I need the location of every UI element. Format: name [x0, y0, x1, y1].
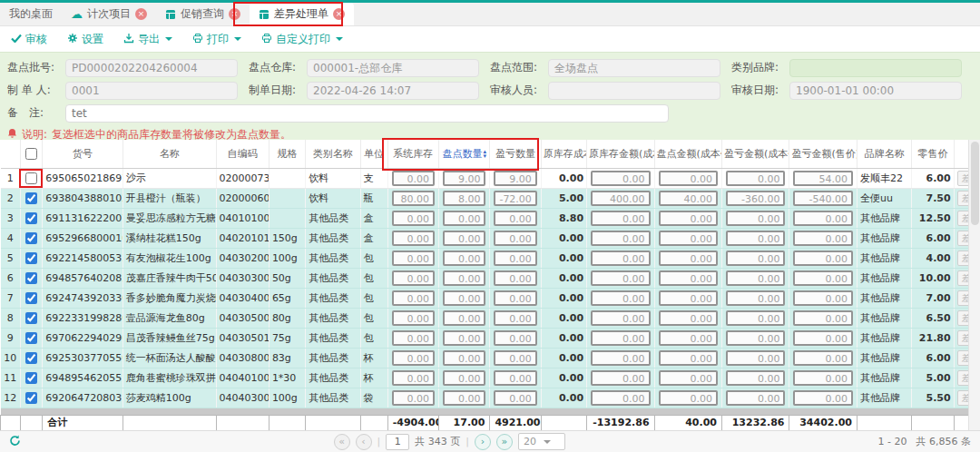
diff-amount-sale-input[interactable]: 0.00	[793, 251, 852, 266]
col-header-brand[interactable]: 品牌名称	[857, 140, 911, 168]
diff-amount-cost-input[interactable]: 0.00	[726, 350, 785, 366]
audit-button[interactable]: 审核	[11, 32, 47, 47]
sys-stock-input[interactable]: 0.00	[392, 251, 435, 266]
sys-stock-input[interactable]: 0.00	[392, 310, 435, 326]
row-checkbox[interactable]	[25, 312, 37, 324]
diff-qty-input[interactable]: 0.00	[494, 251, 536, 266]
diff-amount-sale-input[interactable]: 0.00	[793, 390, 852, 406]
diff-qty-input[interactable]: 0.00	[494, 370, 536, 386]
stock-amount-input[interactable]: 0.00	[591, 171, 650, 186]
difference-action-button[interactable]: 差异	[957, 330, 968, 346]
count-qty-input[interactable]: 0.00	[443, 310, 485, 326]
difference-action-button[interactable]: 差异	[957, 270, 968, 286]
stock-amount-input[interactable]: 0.00	[591, 310, 650, 326]
diff-amount-sale-input[interactable]: 54.00	[793, 171, 852, 186]
count-amount-input[interactable]: 0.00	[659, 171, 718, 186]
diff-amount-cost-input[interactable]: 0.00	[726, 390, 785, 406]
difference-action-button[interactable]: 差异	[957, 211, 968, 226]
count-amount-input[interactable]: 0.00	[659, 350, 718, 366]
count-qty-input[interactable]: 0.00	[443, 290, 485, 306]
count-amount-input[interactable]: 0.00	[659, 330, 718, 346]
vertical-scrollbar[interactable]	[968, 140, 980, 430]
diff-amount-sale-input[interactable]: 0.00	[793, 270, 852, 286]
diff-amount-sale-input[interactable]: 0.00	[793, 350, 852, 366]
diff-qty-input[interactable]: 0.00	[494, 310, 536, 326]
diff-qty-input[interactable]: -72.00	[494, 191, 536, 206]
diff-qty-input[interactable]: 0.00	[494, 231, 536, 246]
page-size-select[interactable]: 20	[518, 433, 565, 450]
diff-amount-sale-input[interactable]: -540.00	[793, 191, 852, 206]
col-header-diff-amount-cost[interactable]: 盈亏金额(成本价)	[722, 140, 789, 168]
close-icon[interactable]: ×	[229, 8, 240, 20]
page-input[interactable]: 1	[386, 434, 409, 450]
count-amount-input[interactable]: 0.00	[659, 370, 718, 386]
col-header-self-code[interactable]: 自编码	[216, 140, 269, 168]
row-checkbox[interactable]	[25, 192, 37, 204]
col-header--idx[interactable]	[1, 140, 21, 168]
col-header-category[interactable]: 类别名称	[306, 140, 360, 168]
count-amount-input[interactable]: 40.00	[659, 191, 718, 206]
row-checkbox[interactable]	[25, 172, 37, 184]
brand-category-field[interactable]	[789, 59, 962, 77]
count-amount-input[interactable]: 0.00	[659, 390, 718, 406]
row-checkbox[interactable]	[25, 232, 37, 244]
diff-amount-cost-input[interactable]: 0.00	[726, 171, 785, 186]
count-amount-input[interactable]: 0.00	[659, 211, 718, 226]
sys-stock-input[interactable]: 0.00	[392, 290, 435, 306]
diff-amount-cost-input[interactable]: 0.00	[726, 270, 785, 286]
col-header-cost-price[interactable]: 原库存成本价	[541, 140, 586, 168]
count-amount-input[interactable]: 0.00	[659, 310, 718, 326]
export-button[interactable]: 导出	[123, 32, 172, 47]
sys-stock-input[interactable]: 0.00	[392, 390, 435, 406]
col-header-diff-qty[interactable]: 盈亏数量	[490, 140, 541, 168]
count-qty-input[interactable]: 0.00	[443, 231, 485, 246]
row-checkbox[interactable]	[25, 252, 37, 264]
sys-stock-input[interactable]: 0.00	[392, 171, 435, 186]
row-checkbox[interactable]	[25, 332, 37, 344]
stock-amount-input[interactable]: 0.00	[591, 211, 650, 226]
difference-action-button[interactable]: 差异	[957, 171, 968, 186]
stock-amount-input[interactable]: 400.00	[591, 191, 650, 206]
stock-amount-input[interactable]: 0.00	[591, 270, 650, 286]
maker-field[interactable]: 0001	[65, 82, 238, 100]
row-checkbox[interactable]	[25, 212, 37, 224]
sys-stock-input[interactable]: 0.00	[392, 211, 435, 226]
diff-qty-input[interactable]: 0.00	[494, 270, 536, 286]
count-qty-input[interactable]: 0.00	[443, 350, 485, 366]
stock-amount-input[interactable]: 0.00	[591, 350, 650, 366]
sys-stock-input[interactable]: 0.00	[392, 330, 435, 346]
col-header-retail[interactable]: 零售价	[912, 140, 954, 168]
diff-qty-input[interactable]: 0.00	[494, 330, 536, 346]
tab-count-project[interactable]: ☁ 计次项目 ×	[62, 3, 156, 25]
next-page-button[interactable]: ›	[475, 434, 491, 450]
row-checkbox[interactable]	[25, 392, 37, 404]
diff-amount-sale-input[interactable]: 0.00	[793, 330, 852, 346]
difference-action-button[interactable]: 差异	[957, 251, 968, 266]
tab-promo-query[interactable]: 促销查询 ×	[156, 3, 250, 25]
col-header-name[interactable]: 名称	[122, 140, 216, 168]
difference-action-button[interactable]: 差异	[957, 290, 968, 306]
stock-amount-input[interactable]: 0.00	[591, 251, 650, 266]
close-icon[interactable]: ×	[135, 8, 147, 20]
col-header--cb[interactable]	[21, 140, 43, 168]
diff-amount-sale-input[interactable]: 0.00	[793, 290, 852, 306]
remark-field[interactable]: tet	[65, 104, 669, 123]
settings-button[interactable]: 设置	[67, 32, 103, 47]
col-header-sys-stock[interactable]: 系统库存	[387, 140, 438, 168]
diff-amount-sale-input[interactable]: 0.00	[793, 310, 852, 326]
row-checkbox[interactable]	[25, 352, 37, 364]
diff-amount-sale-input[interactable]: 0.00	[793, 211, 852, 226]
horizontal-scrollbar[interactable]	[1, 408, 969, 415]
tab-my-desktop[interactable]: 我的桌面	[0, 3, 62, 25]
auditor-field[interactable]	[548, 82, 720, 100]
diff-amount-cost-input[interactable]: 0.00	[726, 251, 785, 266]
difference-action-button[interactable]: 差异	[957, 231, 968, 246]
row-checkbox[interactable]	[25, 272, 37, 284]
make-date-field[interactable]: 2022-04-26 14:07	[307, 82, 479, 100]
diff-amount-cost-input[interactable]: 0.00	[726, 211, 785, 226]
stock-amount-input[interactable]: 0.00	[591, 370, 650, 386]
diff-amount-cost-input[interactable]: 0.00	[726, 231, 785, 246]
difference-action-button[interactable]: 差异	[957, 310, 968, 326]
difference-action-button[interactable]: 差异	[957, 390, 968, 406]
diff-amount-sale-input[interactable]: 0.00	[793, 370, 852, 386]
